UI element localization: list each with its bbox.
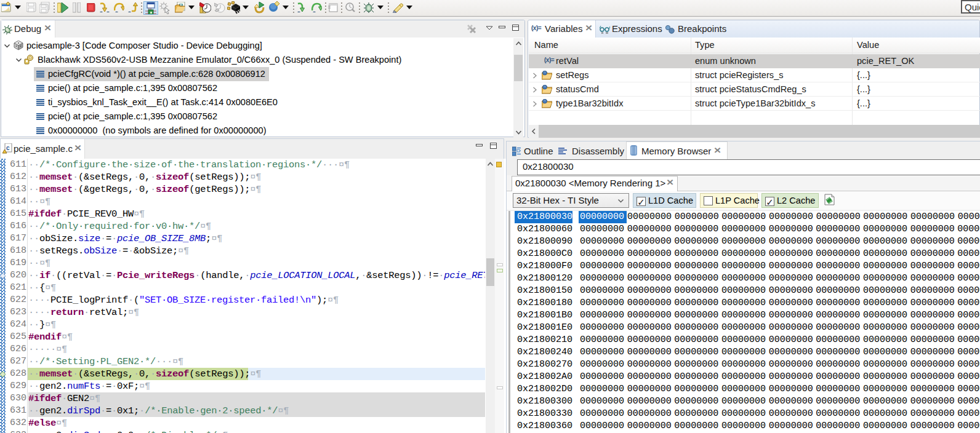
svg-text:c: c — [6, 145, 10, 151]
